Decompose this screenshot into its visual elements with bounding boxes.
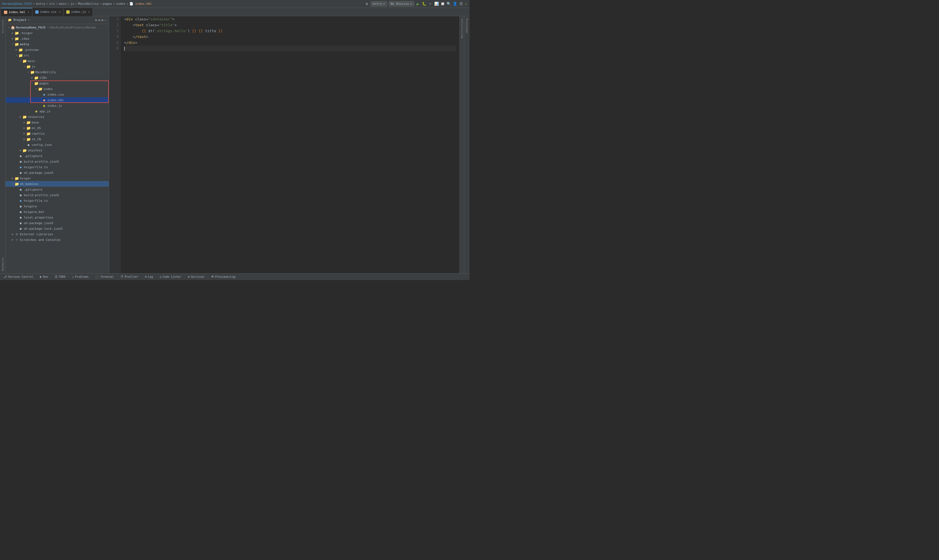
activity-structure[interactable]: Structure [1,17,5,35]
tree-rawfile[interactable]: ▶ 📁 rawfile [6,131,109,136]
tab-index-css[interactable]: index.css × [32,8,64,16]
tree-hvigor-root[interactable]: ▶ 📁 hvigor [6,175,109,181]
breadcrumb-js[interactable]: js [71,2,74,6]
syn-close-5: > [135,40,137,46]
breadcrumb-entry[interactable]: entry [36,2,45,6]
tree-pages[interactable]: ▾ 📁 pages [6,80,109,86]
tree-build-profile-root[interactable]: ■ build-profile.json5 [6,192,109,198]
app-js-icon: ■ [34,109,39,113]
tree-main[interactable]: ▾ 📁 main [6,58,109,64]
panel-header: 📁 Project ▾ ⊕ ≡ ⚙ — [6,16,109,24]
syn-dollar-t: $t( [148,28,155,34]
run-button[interactable]: ▶ [416,2,420,6]
notifications-icon[interactable]: Notifications [461,18,463,38]
tree-base[interactable]: ▶ 📁 base [6,120,109,125]
tree-build-profile-entry[interactable]: ■ build-profile.json5 [6,159,109,164]
tree-src[interactable]: ▾ 📁 src [6,52,109,58]
breadcrumb-pages[interactable]: pages [103,2,112,6]
tab-index-hml[interactable]: index.hml × [1,8,32,16]
tree-entry[interactable]: ▾ 📁 entry [6,42,109,47]
log-icon: ≡ [145,275,147,278]
breadcrumb-src[interactable]: src [49,2,55,6]
tree-hvigorfile-root[interactable]: ■ hvigorfile.ts [6,198,109,203]
tree-preview[interactable]: ▶ 📁 .preview [6,47,109,52]
panel-action-locate[interactable]: ⊕ [95,18,97,22]
tree-gitignore-root[interactable]: ■ .gitignore [6,187,109,192]
tree-hvigorw[interactable]: ■ hvigorw [6,203,109,209]
activity-bookmarks[interactable]: Bookmarks [1,255,5,273]
tree-hvigorw-bat[interactable]: ■ hvigorw.bat [6,209,109,215]
layout-button[interactable]: 🔲 [440,2,445,6]
menu-icon[interactable]: ☰ [459,2,463,6]
tree-index-hml[interactable]: ■ index.hml [6,97,109,103]
tree-mainability[interactable]: ▾ 📁 MainAbility [6,69,109,75]
tree-oh-package-root[interactable]: ■ oh-package.json5 [6,220,109,226]
tree-ohostest[interactable]: ▶ 📁 ohosTest [6,148,109,153]
status-terminal[interactable]: ⬛ Terminal [94,275,115,278]
breadcrumb-main[interactable]: main [59,2,66,6]
status-services[interactable]: ⚙ Services [187,275,205,278]
tab-index-js[interactable]: index.js × [63,8,93,16]
coverage-button[interactable]: 📊 [434,2,439,6]
syn-bracket-4: < [133,34,135,40]
js-folder-icon: 📁 [26,65,31,68]
tree-config-json[interactable]: ■ config.json [6,142,109,148]
previewer-label[interactable]: Previewer [465,16,469,36]
tree-hvigor[interactable]: ▶ 📁 .hvigor [6,30,109,36]
panel-action-close[interactable]: — [105,18,106,22]
tab-icon-css [35,10,39,14]
settings-icon[interactable]: ⚙ [365,2,369,6]
debug-button[interactable]: 🐛 [422,2,426,6]
tree-en-us[interactable]: ▶ 📁 en_US [6,125,109,131]
account-icon[interactable]: 👤 [453,2,457,6]
tree-gitignore-entry[interactable]: ■ .gitignore [6,153,109,159]
status-code-linter[interactable]: ◇ Code Linter [159,275,182,278]
breadcrumb-file[interactable]: 📄 index.hml [130,2,152,6]
version-control-label: Version Control [8,275,33,278]
hvigorw-icon: ■ [19,204,23,208]
tree-js[interactable]: ▾ 📁 js [6,64,109,69]
breadcrumb-index[interactable]: index [116,2,125,6]
tree-root[interactable]: ▾ 🏠 HarmonyDemo_FAJS ~/DevEcoStudioProje… [6,25,109,30]
status-run[interactable]: ▶ Run [39,275,49,278]
tree-oh-package-lock[interactable]: ■ oh-package-lock.json5 [6,226,109,231]
tab-close-hml[interactable]: × [28,11,29,14]
tree-scratches[interactable]: ▶ ✎ Scratches and Consoles [6,237,109,243]
status-version-control[interactable]: ⎇ Version Control [2,275,34,278]
profile-button[interactable]: ⚡ [428,2,433,6]
breadcrumb-root[interactable]: HarmonyDemo_FAJS [2,2,32,6]
tree-zh-cn[interactable]: ▶ 📁 zh_CN [6,136,109,142]
todo-label: TODO [59,275,65,278]
index-css-icon: ■ [42,92,46,96]
panel-action-collapse[interactable]: ≡ [98,18,100,22]
tree-i18n[interactable]: ▶ 📁 i18n [6,75,109,80]
tree-idea[interactable]: ▶ 📁 .idea [6,36,109,42]
tree-ohostest-label: ohosTest [28,149,43,152]
status-problems[interactable]: ⚠ Problems [71,275,90,278]
tree-index-folder[interactable]: ▾ 📁 index [6,86,109,92]
tree-oh-package-entry[interactable]: ■ oh-package.json5 [6,170,109,175]
tree-hvigorfile-entry[interactable]: ■ hvigorfile.ts [6,164,109,170]
tree-oh-modules[interactable]: ▾ 📁 oh_modules [6,181,109,187]
syn-indent-4 [124,34,133,40]
search-icon[interactable]: 🔍 [447,2,451,6]
code-editor[interactable]: <div class="container"> <text class="tit… [121,16,459,273]
entry-selector[interactable]: entry ▾ [371,1,387,6]
status-todo[interactable]: ☰ TODO [54,275,66,278]
breadcrumb-mainability[interactable]: MainAbility [78,2,99,6]
device-selector[interactable]: No Devices ▾ [389,1,414,6]
status-previewer-log[interactable]: 👁 PreviewerLog [210,275,237,278]
status-log[interactable]: ≡ Log [144,275,154,278]
tree-resources[interactable]: ▶ 📁 resources [6,114,109,120]
tab-close-css[interactable]: × [59,10,60,14]
tree-index-js[interactable]: ■ index.js [6,103,109,108]
status-profiler[interactable]: ⏱ Profiler [119,275,139,278]
panel-dropdown-icon[interactable]: ▾ [28,18,30,22]
code-line-6[interactable] [124,46,456,51]
tree-external-libraries[interactable]: ▶ ⊞ External Libraries [6,231,109,237]
tree-app-js[interactable]: ■ app.js [6,108,109,114]
tree-index-css[interactable]: ■ index.css [6,92,109,97]
tab-close-js[interactable]: × [88,10,90,14]
panel-action-settings[interactable]: ⚙ [102,18,103,22]
tree-local-properties[interactable]: ■ local.properties [6,215,109,220]
